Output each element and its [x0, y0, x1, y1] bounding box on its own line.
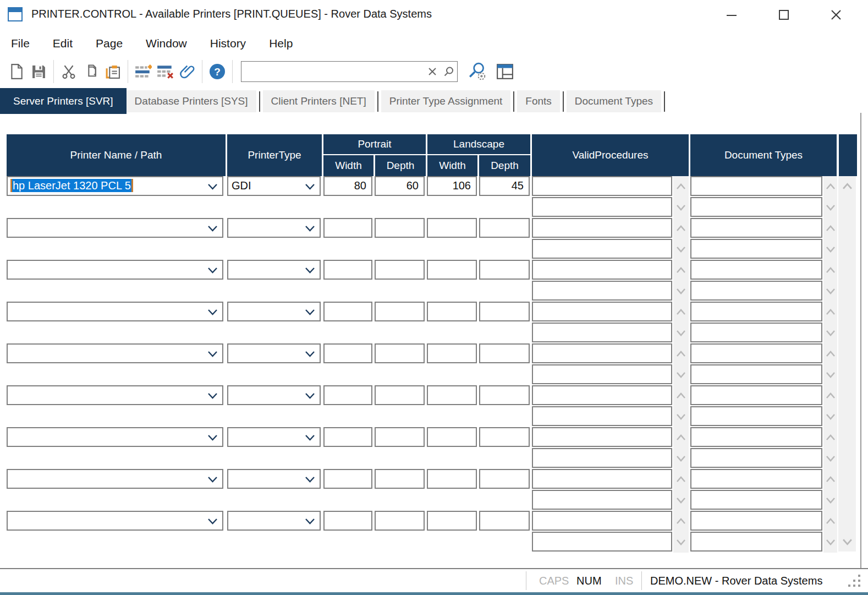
- valid-procedures-down-button[interactable]: [673, 449, 689, 468]
- document-types-input-1[interactable]: [690, 302, 822, 321]
- printer-name-dropdown[interactable]: [7, 302, 223, 321]
- valid-procedures-down-button[interactable]: [673, 198, 689, 217]
- valid-procedures-input-1[interactable]: [532, 385, 672, 405]
- document-types-down-button[interactable]: [823, 198, 837, 217]
- valid-procedures-down-button[interactable]: [673, 365, 689, 384]
- printer-type-dropdown[interactable]: [227, 218, 321, 238]
- valid-procedures-up-button[interactable]: [673, 386, 689, 405]
- valid-procedures-up-button[interactable]: [673, 303, 689, 321]
- printer-name-dropdown[interactable]: [7, 343, 223, 363]
- document-types-input-2[interactable]: [690, 448, 822, 468]
- document-types-down-button[interactable]: [823, 365, 837, 384]
- valid-procedures-input-2[interactable]: [532, 281, 672, 301]
- valid-procedures-up-button[interactable]: [673, 177, 689, 196]
- document-types-input-1[interactable]: [690, 176, 822, 196]
- printer-name-dropdown[interactable]: [7, 385, 223, 405]
- portrait-depth-input[interactable]: [375, 218, 425, 238]
- document-types-input-2[interactable]: [690, 197, 822, 217]
- portrait-width-input[interactable]: [323, 469, 372, 489]
- document-types-down-button[interactable]: [823, 324, 837, 342]
- document-types-down-button[interactable]: [823, 533, 837, 552]
- document-types-input-2[interactable]: [690, 406, 822, 426]
- valid-procedures-input-1[interactable]: [532, 469, 672, 489]
- portrait-depth-input[interactable]: [375, 343, 425, 363]
- valid-procedures-input-2[interactable]: [532, 197, 672, 217]
- document-types-input-1[interactable]: [690, 343, 822, 363]
- landscape-depth-input[interactable]: [479, 302, 530, 321]
- document-types-up-button[interactable]: [823, 386, 837, 405]
- valid-procedures-input-1[interactable]: [532, 511, 672, 531]
- portrait-depth-input[interactable]: [375, 260, 425, 280]
- valid-procedures-up-button[interactable]: [673, 219, 689, 238]
- row-scroll-up-button[interactable]: [838, 176, 856, 196]
- document-types-down-button[interactable]: [823, 491, 837, 510]
- document-types-up-button[interactable]: [823, 261, 837, 280]
- valid-procedures-down-button[interactable]: [673, 533, 689, 552]
- printer-type-dropdown[interactable]: [227, 469, 321, 489]
- portrait-width-input[interactable]: [323, 302, 372, 321]
- landscape-depth-input[interactable]: [479, 385, 530, 405]
- portrait-depth-input[interactable]: [375, 385, 425, 405]
- landscape-width-input[interactable]: [427, 427, 477, 447]
- landscape-depth-input[interactable]: [479, 218, 530, 238]
- printer-type-dropdown[interactable]: [227, 302, 321, 321]
- valid-procedures-down-button[interactable]: [673, 407, 689, 426]
- landscape-depth-input[interactable]: [479, 511, 530, 531]
- valid-procedures-up-button[interactable]: [673, 345, 689, 363]
- document-types-up-button[interactable]: [823, 345, 837, 363]
- landscape-width-input[interactable]: [427, 218, 477, 238]
- printer-type-dropdown[interactable]: [227, 343, 321, 363]
- document-types-input-2[interactable]: [690, 490, 822, 510]
- valid-procedures-up-button[interactable]: [673, 470, 689, 489]
- resize-grip[interactable]: [847, 574, 861, 588]
- landscape-depth-input[interactable]: [479, 260, 530, 280]
- printer-name-dropdown[interactable]: [7, 218, 223, 238]
- valid-procedures-input-2[interactable]: [532, 490, 672, 510]
- valid-procedures-input-1[interactable]: [532, 427, 672, 447]
- document-types-input-2[interactable]: [690, 281, 822, 301]
- document-types-input-1[interactable]: [690, 218, 822, 238]
- valid-procedures-input-1[interactable]: [532, 343, 672, 363]
- printer-name-dropdown[interactable]: hp LaserJet 1320 PCL 5: [7, 176, 223, 196]
- valid-procedures-down-button[interactable]: [673, 491, 689, 510]
- landscape-width-input[interactable]: [427, 302, 477, 321]
- portrait-depth-input[interactable]: [375, 511, 425, 531]
- document-types-down-button[interactable]: [823, 240, 837, 259]
- document-types-input-1[interactable]: [690, 511, 822, 531]
- document-types-down-button[interactable]: [823, 449, 837, 468]
- landscape-depth-input[interactable]: 45: [479, 176, 530, 196]
- printer-type-dropdown[interactable]: [227, 427, 321, 447]
- document-types-down-button[interactable]: [823, 282, 837, 301]
- portrait-width-input[interactable]: [323, 385, 372, 405]
- printer-type-dropdown[interactable]: GDI: [227, 176, 321, 196]
- portrait-depth-input[interactable]: [375, 302, 425, 321]
- valid-procedures-down-button[interactable]: [673, 240, 689, 259]
- portrait-width-input[interactable]: 80: [323, 176, 372, 196]
- valid-procedures-input-2[interactable]: [532, 532, 672, 552]
- valid-procedures-input-1[interactable]: [532, 176, 672, 196]
- printer-type-dropdown[interactable]: [227, 260, 321, 280]
- valid-procedures-up-button[interactable]: [673, 512, 689, 531]
- printer-type-dropdown[interactable]: [227, 385, 321, 405]
- document-types-up-button[interactable]: [823, 303, 837, 321]
- portrait-width-input[interactable]: [323, 427, 372, 447]
- valid-procedures-down-button[interactable]: [673, 324, 689, 342]
- document-types-up-button[interactable]: [823, 177, 837, 196]
- portrait-width-input[interactable]: [323, 343, 372, 363]
- document-types-up-button[interactable]: [823, 512, 837, 531]
- portrait-depth-input[interactable]: [375, 469, 425, 489]
- portrait-width-input[interactable]: [323, 218, 372, 238]
- valid-procedures-up-button[interactable]: [673, 428, 689, 447]
- portrait-width-input[interactable]: [323, 511, 372, 531]
- document-types-input-2[interactable]: [690, 364, 822, 384]
- landscape-width-input[interactable]: [427, 385, 477, 405]
- portrait-depth-input[interactable]: [375, 427, 425, 447]
- printer-name-dropdown[interactable]: [7, 469, 223, 489]
- portrait-depth-input[interactable]: 60: [375, 176, 425, 196]
- document-types-up-button[interactable]: [823, 219, 837, 238]
- document-types-input-2[interactable]: [690, 239, 822, 259]
- valid-procedures-input-2[interactable]: [532, 406, 672, 426]
- landscape-width-input[interactable]: [427, 343, 477, 363]
- valid-procedures-up-button[interactable]: [673, 261, 689, 280]
- valid-procedures-input-2[interactable]: [532, 364, 672, 384]
